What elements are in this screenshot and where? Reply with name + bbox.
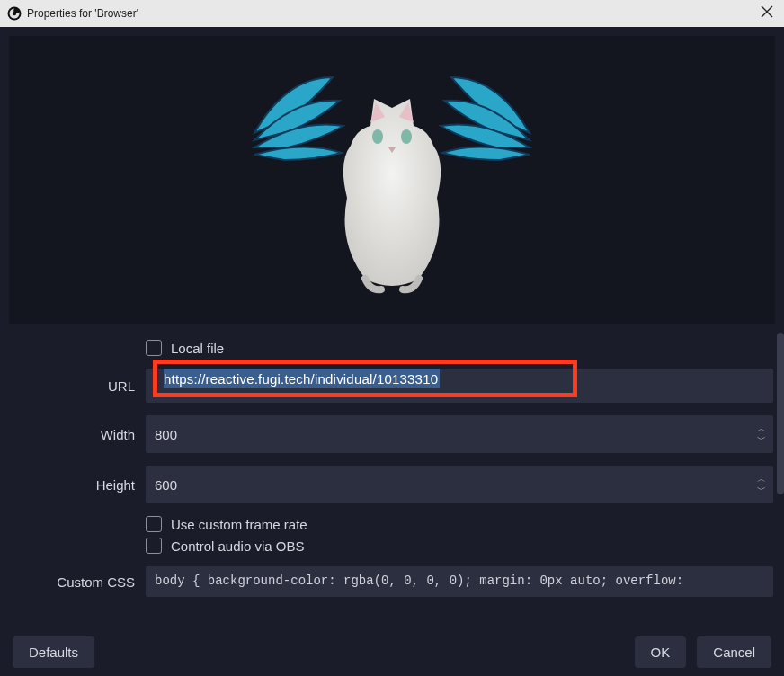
local-file-row: Local file <box>11 340 773 356</box>
custom-css-row: Custom CSS body { background-color: rgba… <box>11 566 773 597</box>
height-label: Height <box>11 477 146 493</box>
cancel-button[interactable]: Cancel <box>697 636 771 668</box>
titlebar: Properties for 'Browser' <box>0 0 784 27</box>
url-input[interactable] <box>146 369 773 403</box>
properties-dialog: Properties for 'Browser' <box>0 0 784 676</box>
height-input[interactable] <box>146 466 773 503</box>
width-label: Width <box>11 427 146 442</box>
avatar-preview-image <box>293 63 491 297</box>
width-step-down[interactable]: ﹀ <box>757 435 766 444</box>
height-step-down[interactable]: ﹀ <box>757 485 766 494</box>
custom-frame-rate-label: Use custom frame rate <box>171 517 307 532</box>
local-file-label: Local file <box>171 341 224 356</box>
control-audio-checkbox[interactable] <box>146 538 162 554</box>
height-row: Height ︿ ﹀ <box>11 466 773 503</box>
custom-css-input[interactable]: body { background-color: rgba(0, 0, 0, 0… <box>146 566 773 597</box>
svg-point-1 <box>13 12 16 15</box>
defaults-button[interactable]: Defaults <box>13 636 94 668</box>
titlebar-left: Properties for 'Browser' <box>7 6 138 21</box>
form-scrollbar[interactable] <box>777 333 784 494</box>
obs-app-icon <box>7 6 22 21</box>
url-label: URL <box>11 378 146 394</box>
frame-rate-row: Use custom frame rate <box>11 516 773 532</box>
source-preview <box>9 36 775 324</box>
form-grid: Local file URL https://reactive.fugi.tec… <box>11 340 773 627</box>
svg-point-2 <box>372 129 383 144</box>
custom-css-label: Custom CSS <box>11 574 146 590</box>
close-button[interactable] <box>757 5 777 22</box>
ok-button[interactable]: OK <box>635 636 687 668</box>
svg-point-3 <box>401 129 412 144</box>
url-row: URL https://reactive.fugi.tech/individua… <box>11 369 773 403</box>
width-row: Width ︿ ﹀ <box>11 415 773 453</box>
custom-frame-rate-checkbox[interactable] <box>146 516 162 532</box>
width-input[interactable] <box>146 415 773 453</box>
form-area: Local file URL https://reactive.fugi.tec… <box>0 324 784 627</box>
local-file-checkbox[interactable] <box>146 340 162 356</box>
dialog-footer: Defaults OK Cancel <box>0 627 784 676</box>
window-title: Properties for 'Browser' <box>27 7 138 20</box>
width-step-up[interactable]: ︿ <box>757 424 766 433</box>
dialog-content: Local file URL https://reactive.fugi.tec… <box>0 27 784 676</box>
control-audio-row: Control audio via OBS <box>11 538 773 554</box>
control-audio-label: Control audio via OBS <box>171 538 304 554</box>
cat-body-icon <box>311 99 473 297</box>
height-step-up[interactable]: ︿ <box>757 475 766 484</box>
